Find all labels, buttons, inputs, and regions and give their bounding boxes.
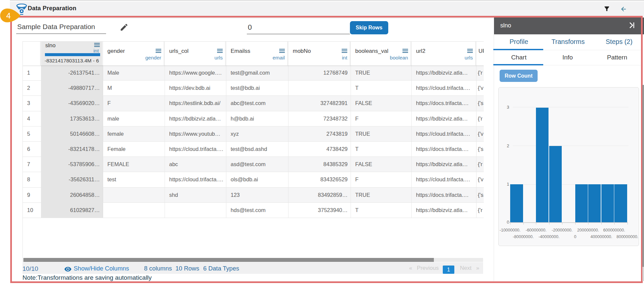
svg-text:4: 4	[6, 11, 11, 20]
